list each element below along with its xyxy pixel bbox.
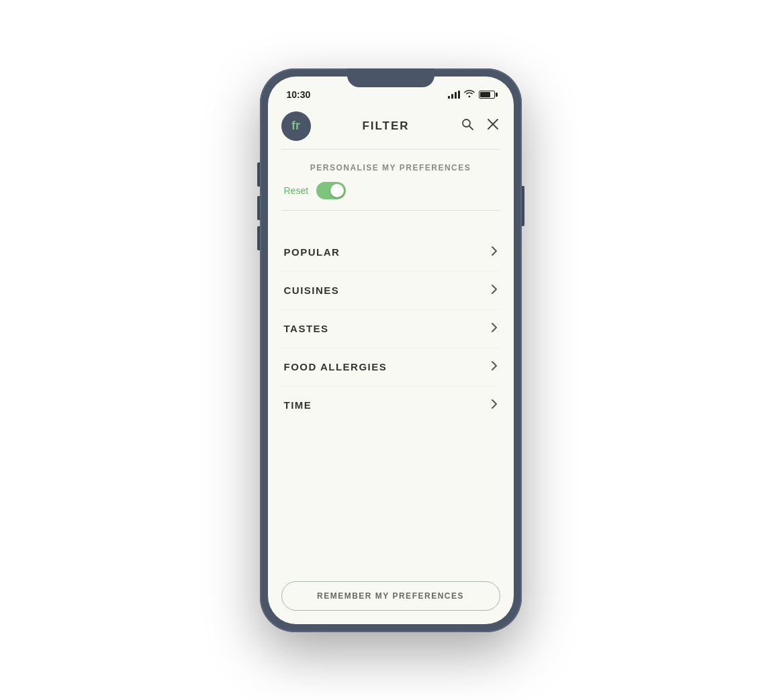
reset-label[interactable]: Reset [284, 185, 309, 196]
reset-row: Reset [281, 182, 500, 199]
notch [347, 68, 434, 87]
menu-item-label-cuisines: CUISINES [284, 285, 340, 296]
chevron-right-icon-tastes [491, 322, 498, 336]
chevron-right-icon-popular [491, 246, 498, 259]
app-logo: fr [281, 111, 311, 141]
menu-item-food-allergies[interactable]: FOOD ALLERGIES [281, 348, 500, 387]
search-icon[interactable] [461, 117, 474, 134]
menu-item-label-food-allergies: FOOD ALLERGIES [284, 361, 387, 372]
screen: 10:30 [268, 77, 514, 624]
close-icon[interactable] [486, 117, 500, 134]
bottom-section: REMEMBER MY PREFERENCES [268, 568, 514, 624]
preferences-toggle[interactable] [316, 182, 346, 199]
menu-item-label-popular: POPULAR [284, 246, 340, 258]
battery-fill [480, 92, 490, 97]
personalise-section: PERSONALISE MY PREFERENCES Reset [281, 150, 500, 228]
remember-preferences-button[interactable]: REMEMBER MY PREFERENCES [281, 581, 500, 611]
menu-item-label-time: TIME [284, 399, 312, 411]
spacer [281, 430, 500, 470]
header-icons [461, 117, 500, 134]
menu-item-time[interactable]: TIME [281, 387, 500, 425]
menu-list: POPULAR CUISINES [281, 228, 500, 430]
app-container: 10:30 [268, 77, 514, 624]
logo-text: fr [291, 119, 300, 133]
battery-icon [479, 91, 495, 99]
status-time: 10:30 [287, 89, 311, 100]
menu-item-tastes[interactable]: TASTES [281, 310, 500, 348]
toggle-knob [330, 184, 344, 197]
chevron-right-icon-time [491, 399, 498, 412]
signal-bar-2 [451, 94, 453, 99]
svg-line-1 [469, 126, 473, 130]
personalise-title: PERSONALISE MY PREFERENCES [281, 163, 500, 172]
wifi-icon [464, 89, 475, 99]
content-area: PERSONALISE MY PREFERENCES Reset POPUL [268, 150, 514, 568]
app-header: fr FILTER [268, 106, 514, 149]
section-divider [281, 210, 500, 211]
menu-item-label-tastes: TASTES [284, 323, 329, 334]
phone-shell: 10:30 [260, 68, 522, 632]
menu-item-cuisines[interactable]: CUISINES [281, 272, 500, 310]
filter-title: FILTER [362, 119, 409, 133]
scene: 10:30 [0, 0, 781, 700]
signal-bar-1 [448, 96, 450, 99]
signal-bar-3 [455, 92, 457, 99]
chevron-right-icon-food-allergies [491, 360, 498, 374]
menu-item-popular[interactable]: POPULAR [281, 234, 500, 272]
chevron-right-icon-cuisines [491, 284, 498, 297]
status-icons [448, 89, 495, 99]
signal-bars-icon [448, 91, 460, 99]
signal-bar-4 [458, 91, 460, 99]
